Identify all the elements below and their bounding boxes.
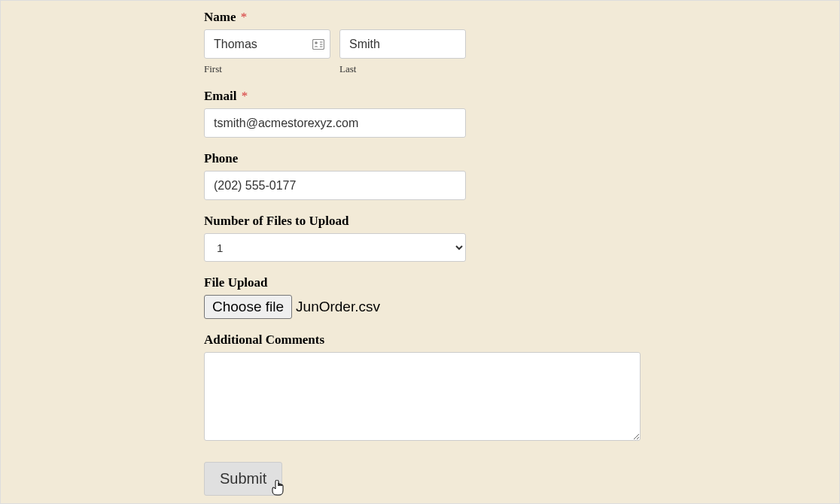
num-files-select[interactable]: 1: [204, 233, 466, 262]
first-name-sublabel: First: [204, 63, 330, 75]
last-name-sublabel: Last: [339, 63, 466, 75]
email-input[interactable]: [204, 108, 466, 138]
email-label-text: Email: [204, 89, 236, 103]
submit-button[interactable]: Submit: [204, 462, 282, 496]
required-asterisk: *: [241, 10, 248, 24]
phone-input[interactable]: [204, 171, 466, 200]
comments-label: Additional Comments: [204, 332, 809, 348]
file-upload-row: Choose file JunOrder.csv: [204, 295, 809, 319]
name-field-group: Name * First: [204, 10, 809, 75]
file-upload-field-group: File Upload Choose file JunOrder.csv: [204, 275, 809, 319]
phone-field-group: Phone: [204, 151, 809, 200]
last-name-input[interactable]: [339, 29, 466, 59]
uploaded-file-name: JunOrder.csv: [296, 299, 380, 315]
email-label: Email *: [204, 89, 809, 104]
required-asterisk: *: [242, 89, 248, 103]
num-files-label: Number of Files to Upload: [204, 214, 809, 229]
name-label: Name *: [204, 10, 809, 25]
first-name-col: First: [204, 29, 330, 75]
last-name-wrap: [339, 29, 466, 59]
name-row: First Last: [204, 29, 809, 75]
phone-label: Phone: [204, 151, 809, 166]
form-container: Name * First: [1, 1, 839, 496]
first-name-wrap: [204, 29, 330, 59]
email-field-group: Email *: [204, 89, 809, 138]
comments-field-group: Additional Comments: [204, 332, 809, 444]
num-files-field-group: Number of Files to Upload 1: [204, 214, 809, 262]
first-name-input[interactable]: [204, 29, 330, 59]
name-label-text: Name: [204, 10, 236, 24]
choose-file-button[interactable]: Choose file: [204, 295, 292, 319]
comments-textarea[interactable]: [204, 352, 641, 441]
file-upload-label: File Upload: [204, 275, 809, 290]
last-name-col: Last: [339, 29, 466, 75]
